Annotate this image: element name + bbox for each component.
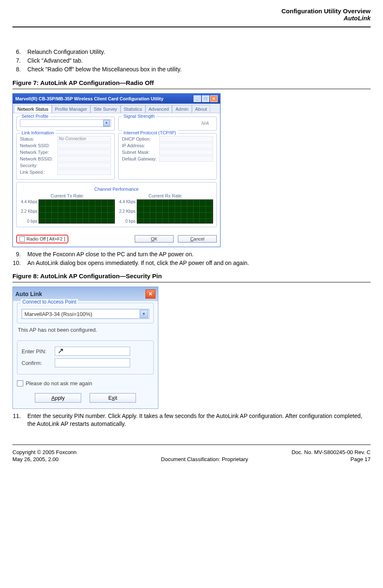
figure8-divider [12,282,371,282]
page-header-subtitle: AutoLink [12,15,371,22]
figure7-divider [12,89,371,89]
ip-label: IP Address: [122,143,159,148]
subnet-value [159,149,213,155]
tab-statistics[interactable]: Statistics [121,105,145,113]
bssid-label: Network BSSID: [20,156,57,161]
ytick: 0 bps [126,219,136,224]
exit-button[interactable]: Exit [90,393,136,403]
maximize-icon[interactable]: □ [202,95,209,102]
ytick: 2.2 Kbps [119,209,136,214]
header-divider [12,27,371,27]
config-utility-window: Marvell(R) CB-35P/MB-35P Wireless Client… [12,93,221,247]
ip-legend: Internet Protocol (TCP/IP) [122,130,178,135]
step-text: Relaunch Configuration Utility. [27,49,105,55]
tab-admin[interactable]: Admin [172,105,192,113]
linkspeed-label: Link Speed.: [20,170,57,175]
footer-date: May 26, 2005, 2.00 [12,456,58,462]
link-info-legend: Link Information [20,130,56,135]
dialog-title: Auto Link [15,291,42,297]
footer-page: Page 17 [351,456,371,462]
autolink-dialog: Auto Link ✕ Connect to Access Point Marv… [12,287,158,409]
close-icon[interactable]: ✕ [210,95,218,102]
access-point-value: MarvellAP3-34 (Rssi=100%) [24,311,92,317]
ytick: 4.4 Kbps [21,199,37,204]
tab-about[interactable]: About [192,105,211,113]
ok-button[interactable]: OK [135,235,174,243]
close-icon[interactable]: ✕ [145,289,155,299]
tab-network-status[interactable]: Network Status [14,105,52,113]
enter-pin-label: Enter PIN: [22,348,55,355]
figure7-caption: Figure 7: AutoLink AP Configuration—Radi… [12,79,371,86]
ssid-value [57,143,111,148]
confirm-pin-input[interactable] [55,358,130,367]
tx-rate-chart: 4.4 Kbps 2.2 Kbps 0 bps [20,199,115,224]
dont-ask-label: Please do not ask me again [26,380,92,386]
ap-status-message: This AP has not been configured. [18,327,153,333]
tab-advanced[interactable]: Advanced [145,105,172,113]
footer-divider [12,445,371,445]
type-value [57,149,111,155]
checkbox-icon[interactable] [19,236,25,242]
window-title: Marvell(R) CB-35P/MB-35P Wireless Client… [15,96,163,101]
select-profile-legend: Select Profile [20,114,50,119]
step-text: Click "Advanced" tab. [27,57,83,64]
window-titlebar[interactable]: Marvell(R) CB-35P/MB-35P Wireless Client… [13,94,220,104]
confirm-pin-label: Confirm: [22,360,55,366]
profile-dropdown[interactable]: ▼ [20,119,111,127]
rx-rate-label: Current Rx Rate: [118,193,213,198]
step-text: Move the Foxconn AP close to the PC and … [27,251,194,258]
connect-legend: Connect to Access Point [21,299,78,305]
ytick: 4.4 Kbps [119,199,136,204]
ytick: 2.2 Kbps [21,209,37,214]
footer-copyright: Copyright © 2005 Foxconn [12,449,77,455]
page-header-title: Configuration Utility Overview [12,7,371,15]
enter-pin-input[interactable] [55,347,130,356]
access-point-dropdown[interactable]: MarvellAP3-34 (Rssi=100%) ▼ [22,309,149,319]
signal-strength-value: N/A [122,119,213,127]
security-value [57,163,111,168]
footer-docno: Doc. No. MV-S800245-00 Rev. C [291,449,371,455]
step-text: An AutoLink dialog box opens immediatetl… [27,260,249,266]
apply-button[interactable]: Apply [35,393,81,403]
gateway-value [159,156,213,162]
chevron-down-icon[interactable]: ▼ [103,120,110,126]
linkspeed-value [57,169,111,175]
radio-off-label: Radio Off [ Alt+F2 ] [27,236,65,241]
tab-strip: Network Status Profile Manager Site Surv… [13,104,220,113]
step-list-c: Enter the security PIN number. Click App… [12,412,371,428]
minimize-icon[interactable]: _ [194,95,201,102]
ytick: 0 bps [27,219,37,224]
subnet-label: Subnet Mask: [122,150,159,155]
tx-rate-label: Current Tx Rate: [20,193,115,198]
tab-site-survey[interactable]: Site Survey [90,105,120,113]
security-label: Security: [20,163,57,168]
ssid-label: Network SSID: [20,143,57,148]
dhcp-value [159,136,213,142]
ip-value [159,143,213,148]
step-list-a: Relaunch Configuration Utility. Click "A… [12,48,371,73]
dhcp-label: DHCP Option: [122,136,159,141]
status-value: No Connection [57,136,111,142]
cancel-button[interactable]: Cancel [178,235,217,243]
step-text: Check "Radio Off" below the Miscellaneou… [27,66,182,73]
tab-profile-manager[interactable]: Profile Manager [52,105,91,113]
figure8-caption: Figure 8: AutoLink AP Configuration—Secu… [12,272,371,279]
footer-classification: Document Classification: Proprietary [161,456,248,462]
channel-performance-title: Channel Performance [20,187,213,192]
radio-off-checkbox[interactable]: Radio Off [ Alt+F2 ] [16,235,68,243]
dont-ask-checkbox[interactable] [17,380,23,386]
type-label: Network Type: [20,150,57,155]
gateway-label: Default Gateway: [122,156,159,161]
bssid-value [57,156,111,162]
chevron-down-icon[interactable]: ▼ [140,310,148,318]
status-label: Status: [20,136,57,141]
step-text: Enter the security PIN number. Click App… [27,413,362,427]
rx-rate-chart: 4.4 Kbps 2.2 Kbps 0 bps [118,199,213,224]
step-list-b: Move the Foxconn AP close to the PC and … [12,250,371,267]
signal-strength-legend: Signal Strength [122,114,156,119]
